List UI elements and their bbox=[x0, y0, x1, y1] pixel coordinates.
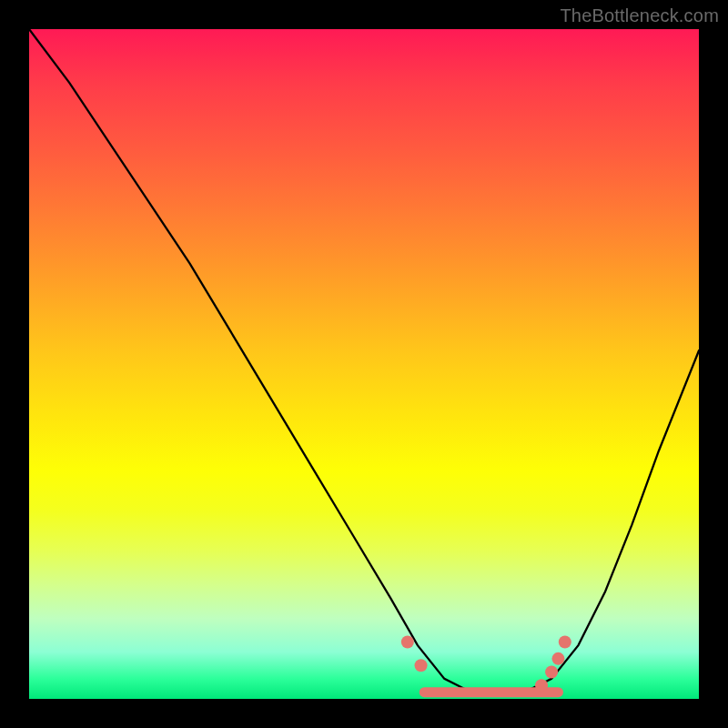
bottleneck-curve bbox=[29, 29, 699, 693]
valley-marker bbox=[551, 652, 564, 665]
valley-marker bbox=[559, 635, 571, 648]
valley-marker bbox=[535, 679, 548, 692]
valley-marker bbox=[415, 659, 428, 672]
chart-plot-area bbox=[29, 29, 699, 699]
watermark-text: TheBottleneck.com bbox=[560, 5, 719, 26]
valley-marker bbox=[401, 635, 414, 648]
valley-marker bbox=[545, 666, 558, 679]
chart-svg bbox=[29, 29, 699, 699]
valley-markers bbox=[401, 635, 571, 692]
